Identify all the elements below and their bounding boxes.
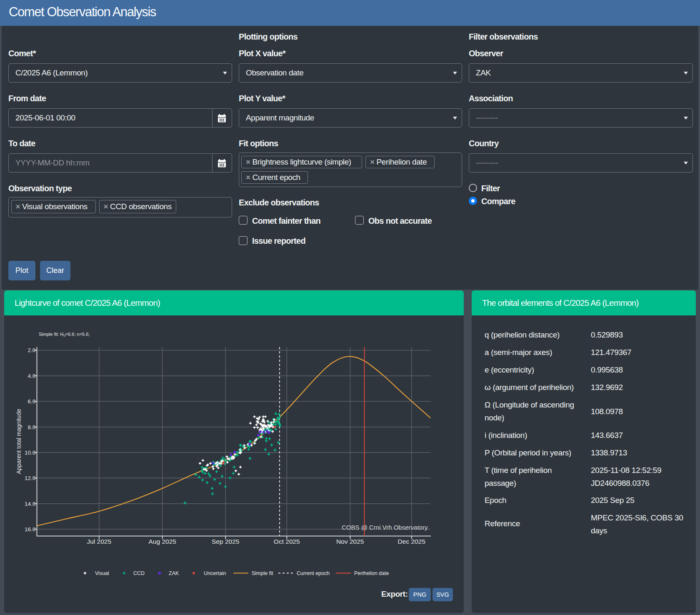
svg-text:Simple fit: H0=6.6; n=5.6;: Simple fit: H0=6.6; n=5.6; — [39, 332, 90, 338]
svg-text:Dec 2025: Dec 2025 — [398, 538, 425, 545]
svg-text:CCD: CCD — [133, 570, 145, 576]
svg-text:10.0: 10.0 — [25, 450, 35, 456]
svg-text:Current epoch: Current epoch — [297, 570, 330, 576]
svg-text:12.0: 12.0 — [25, 475, 35, 481]
svg-text:6.0: 6.0 — [28, 398, 36, 405]
svg-text:2.0: 2.0 — [28, 347, 36, 353]
svg-text:Aug 2025: Aug 2025 — [149, 538, 176, 545]
svg-text:4.0: 4.0 — [28, 373, 36, 379]
svg-text:Perihelion date: Perihelion date — [354, 570, 389, 576]
svg-text:Jul 2025: Jul 2025 — [87, 538, 111, 545]
svg-text:Nov 2025: Nov 2025 — [336, 538, 364, 545]
svg-text:Uncertain: Uncertain — [204, 570, 226, 576]
svg-text:Sep 2025: Sep 2025 — [212, 538, 239, 545]
svg-text:ZAK: ZAK — [169, 570, 179, 576]
svg-text:COBS @ Crni Vrh Observatory: COBS @ Crni Vrh Observatory — [342, 524, 428, 531]
svg-text:Visual: Visual — [95, 570, 109, 576]
svg-text:Apparent total magnitude: Apparent total magnitude — [15, 409, 22, 474]
svg-text:Oct 2025: Oct 2025 — [274, 538, 300, 545]
svg-text:14.0: 14.0 — [25, 501, 35, 507]
svg-text:16.0: 16.0 — [25, 526, 35, 532]
svg-text:Simple fit: Simple fit — [252, 570, 273, 576]
svg-text:8.0: 8.0 — [28, 424, 36, 430]
